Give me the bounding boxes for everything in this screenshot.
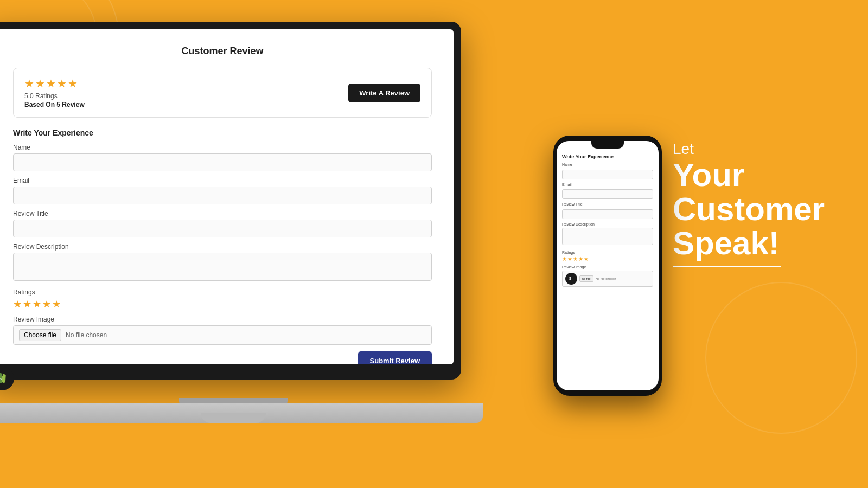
name-label: Name <box>13 144 432 151</box>
laptop-notch <box>201 413 266 423</box>
submit-button[interactable]: Submit Review <box>358 351 432 364</box>
laptop-screen-outer: Customer Review ★ ★ ★ ★ ★ 5.0 Ratings Ba… <box>0 22 461 380</box>
review-desc-textarea[interactable] <box>13 253 432 281</box>
phone-review-title-input[interactable] <box>562 209 653 219</box>
headline-line1: Your <box>673 157 744 193</box>
rating-card: ★ ★ ★ ★ ★ 5.0 Ratings Based On 5 Review … <box>13 68 432 118</box>
ratings-stars: ★ ★ ★ ★ ★ <box>13 298 432 310</box>
phone-review-title-label: Review Title <box>562 202 653 206</box>
phone-email-label: Email <box>562 183 653 187</box>
phone-section-title: Write Your Experience <box>562 154 653 159</box>
phone-notch <box>591 141 624 149</box>
no-file-text: No file chosen <box>66 331 107 339</box>
rating-based: Based On 5 Review <box>24 101 85 108</box>
rating-star-2[interactable]: ★ <box>23 298 31 310</box>
phone-name-input[interactable] <box>562 170 653 179</box>
phone-star-3[interactable]: ★ <box>573 256 578 262</box>
laptop-screen-inner: Customer Review ★ ★ ★ ★ ★ 5.0 Ratings Ba… <box>0 29 454 364</box>
svg-text:S: S <box>569 277 572 280</box>
ratings-label: Ratings <box>13 288 432 296</box>
name-input[interactable] <box>13 153 432 171</box>
phone: Write Your Experience Name Email Review … <box>553 136 662 396</box>
divider-line <box>673 266 781 267</box>
main-headline: Your Customer Speak! <box>673 158 835 260</box>
review-image-label: Review Image <box>13 316 432 323</box>
file-input-row: Choose file No file chosen <box>13 325 432 345</box>
email-input[interactable] <box>13 187 432 204</box>
page-title: Customer Review <box>13 46 432 57</box>
rating-star-3[interactable]: ★ <box>33 298 41 310</box>
phone-review-image-label: Review Image <box>562 265 653 269</box>
laptop: Customer Review ★ ★ ★ ★ ★ 5.0 Ratings Ba… <box>0 22 483 445</box>
review-desc-label: Review Description <box>13 243 432 251</box>
let-text: Let <box>673 141 835 158</box>
phone-star-4[interactable]: ★ <box>578 256 583 262</box>
phone-choose-file-button[interactable]: se file <box>579 275 593 282</box>
phone-ratings-stars: ★ ★ ★ ★ ★ <box>562 256 653 262</box>
star-1: ★ <box>24 77 34 90</box>
phone-email-input[interactable] <box>562 189 653 199</box>
rating-star-5[interactable]: ★ <box>52 298 61 310</box>
phone-content: Write Your Experience Name Email Review … <box>557 152 659 292</box>
rating-star-1[interactable]: ★ <box>13 298 22 310</box>
form-section-title: Write Your Experience <box>13 129 432 137</box>
star-4: ★ <box>57 77 67 90</box>
star-5: ★ <box>68 77 78 90</box>
phone-review-desc-label: Review Description <box>562 222 653 226</box>
rating-star-4[interactable]: ★ <box>42 298 51 310</box>
star-3: ★ <box>46 77 56 90</box>
screen-content: Customer Review ★ ★ ★ ★ ★ 5.0 Ratings Ba… <box>0 29 454 364</box>
phone-star-5[interactable]: ★ <box>584 256 589 262</box>
choose-file-button[interactable]: Choose file <box>19 329 61 341</box>
review-title-input[interactable] <box>13 220 432 237</box>
phone-ratings-label: Ratings <box>562 251 653 254</box>
submit-row: Submit Review <box>13 351 432 364</box>
star-2: ★ <box>35 77 45 90</box>
review-title-label: Review Title <box>13 210 432 217</box>
phone-star-2[interactable]: ★ <box>567 256 572 262</box>
stars-display: ★ ★ ★ ★ ★ <box>24 77 85 90</box>
rating-info: ★ ★ ★ ★ ★ 5.0 Ratings Based On 5 Review <box>24 77 85 108</box>
shopify-icon-phone: S <box>565 273 577 285</box>
headline-line3: Speak! <box>673 225 780 261</box>
phone-file-input-row: S se file No file chosen <box>562 271 653 287</box>
phone-name-label: Name <box>562 163 653 166</box>
phone-review-desc-textarea[interactable] <box>562 228 653 245</box>
phone-no-file-text: No file chosen <box>596 277 616 280</box>
rating-score: 5.0 Ratings <box>24 92 85 100</box>
write-review-button[interactable]: Write A Review <box>348 84 420 102</box>
deco-circle-3 <box>705 282 857 434</box>
phone-screen: Write Your Experience Name Email Review … <box>557 141 659 390</box>
email-label: Email <box>13 177 432 184</box>
svg-text:S: S <box>0 377 2 381</box>
phone-star-1[interactable]: ★ <box>562 256 567 262</box>
right-text-section: Let Your Customer Speak! <box>673 141 835 267</box>
headline-line2: Customer <box>673 191 825 227</box>
